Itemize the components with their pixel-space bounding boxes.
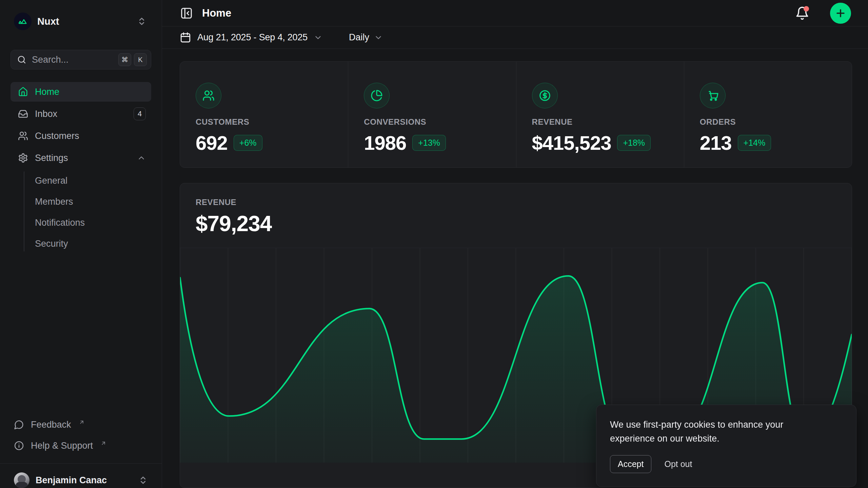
notifications-button[interactable] [795, 6, 810, 21]
chevron-up-icon [137, 154, 146, 162]
sidebar-item-label: Home [35, 87, 59, 97]
stat-value: $415,523 [532, 131, 611, 154]
kbd-k: K [134, 53, 147, 66]
speech-bubble-icon [14, 420, 24, 430]
circle-dollar-icon [539, 89, 551, 102]
settings-subtree: General Members Notifications Security [11, 170, 151, 254]
sidebar: Nuxt Search... ⌘ K [0, 0, 162, 488]
sidebar-item-customers[interactable]: Customers [11, 126, 151, 146]
filter-bar: Aug 21, 2025 - Sep 4, 2025 Daily [162, 26, 868, 49]
sidebar-item-label: Customers [35, 131, 79, 141]
search-placeholder: Search... [32, 55, 113, 65]
user-avatar [14, 472, 29, 488]
sidebar-item-general[interactable]: General [11, 170, 151, 191]
stat-customers: CUSTOMERS 692 +6% [180, 62, 348, 167]
stat-label: CUSTOMERS [196, 117, 332, 127]
collapse-sidebar-button[interactable] [180, 6, 193, 20]
granularity-value: Daily [349, 32, 369, 43]
help-support-label: Help & Support [31, 441, 93, 451]
sidebar-item-notifications[interactable]: Notifications [11, 212, 151, 233]
stat-conversions: CONVERSIONS 1986 +13% [348, 62, 516, 167]
stat-orders: ORDERS 213 +14% [684, 62, 852, 167]
chart-total-value: $79,234 [196, 211, 836, 236]
topbar: Home [162, 0, 868, 26]
stat-delta-badge: +14% [738, 135, 771, 151]
notification-dot [804, 6, 809, 12]
feedback-label: Feedback [31, 420, 71, 430]
stat-label: REVENUE [532, 117, 668, 127]
sidebar-item-settings[interactable]: Settings [11, 148, 151, 168]
help-support-link[interactable]: Help & Support [11, 438, 151, 454]
info-circle-icon [14, 441, 24, 451]
sidebar-item-label: Settings [35, 153, 68, 163]
chart-title: REVENUE [196, 198, 836, 207]
inbox-count-badge: 4 [134, 107, 146, 120]
gear-icon [18, 153, 28, 163]
stat-delta-badge: +18% [617, 135, 651, 151]
optout-cookies-button[interactable]: Opt out [664, 459, 692, 469]
nuxt-logo-icon [14, 13, 32, 30]
cookie-banner: We use first-party cookies to enhance yo… [596, 405, 856, 487]
cookie-message: We use first-party cookies to enhance yo… [610, 418, 820, 446]
team-switcher[interactable]: Nuxt [11, 13, 151, 30]
sidebar-nav: Home Inbox 4 Customers [11, 82, 151, 254]
plus-icon [835, 7, 846, 19]
stat-revenue: REVENUE $415,523 +18% [516, 62, 684, 167]
stat-delta-badge: +13% [412, 135, 446, 151]
stat-value: 692 [196, 131, 228, 154]
users-icon [18, 131, 28, 141]
external-link-icon [79, 419, 85, 425]
user-name: Benjamin Canac [36, 475, 132, 486]
date-range-value: Aug 21, 2025 - Sep 4, 2025 [197, 32, 308, 43]
kbd-cmd: ⌘ [118, 53, 131, 66]
inbox-icon [18, 109, 28, 119]
search-input[interactable]: Search... ⌘ K [11, 50, 151, 69]
search-kbd-hints: ⌘ K [118, 53, 147, 66]
sidebar-item-members[interactable]: Members [11, 191, 151, 212]
sub-item-label: Members [35, 197, 73, 207]
sidebar-item-inbox[interactable]: Inbox 4 [11, 104, 151, 124]
stat-delta-badge: +6% [234, 135, 262, 151]
users-icon [202, 89, 215, 102]
stat-value: 1986 [364, 131, 406, 154]
stat-value: 213 [700, 131, 732, 154]
pie-chart-icon [371, 89, 383, 102]
sidebar-item-security[interactable]: Security [11, 233, 151, 254]
granularity-select[interactable]: Daily [349, 32, 383, 43]
sub-item-label: Notifications [35, 218, 85, 228]
page-title: Home [202, 7, 786, 19]
chevrons-up-down-icon [138, 475, 148, 485]
date-range-picker[interactable]: Aug 21, 2025 - Sep 4, 2025 [180, 32, 322, 43]
accept-cookies-button[interactable]: Accept [610, 455, 651, 473]
stat-label: CONVERSIONS [364, 117, 500, 127]
calendar-icon [180, 32, 191, 43]
sidebar-item-label: Inbox [35, 109, 57, 119]
chevron-down-icon [314, 33, 322, 42]
stat-label: ORDERS [700, 117, 836, 127]
sub-item-label: General [35, 176, 67, 186]
home-icon [18, 87, 28, 97]
sub-item-label: Security [35, 239, 68, 249]
chevrons-up-down-icon [137, 17, 146, 26]
brand-name: Nuxt [37, 16, 131, 27]
chevron-down-icon [374, 33, 383, 42]
add-button[interactable] [830, 3, 851, 24]
search-icon [17, 55, 26, 64]
stats-summary-card: CUSTOMERS 692 +6% CONVERSIONS 1986 +13% [180, 61, 852, 168]
user-menu[interactable]: Benjamin Canac [0, 464, 162, 488]
shopping-cart-icon [707, 89, 719, 102]
feedback-link[interactable]: Feedback [11, 416, 151, 433]
external-link-icon [100, 440, 106, 446]
sidebar-item-home[interactable]: Home [11, 82, 151, 102]
